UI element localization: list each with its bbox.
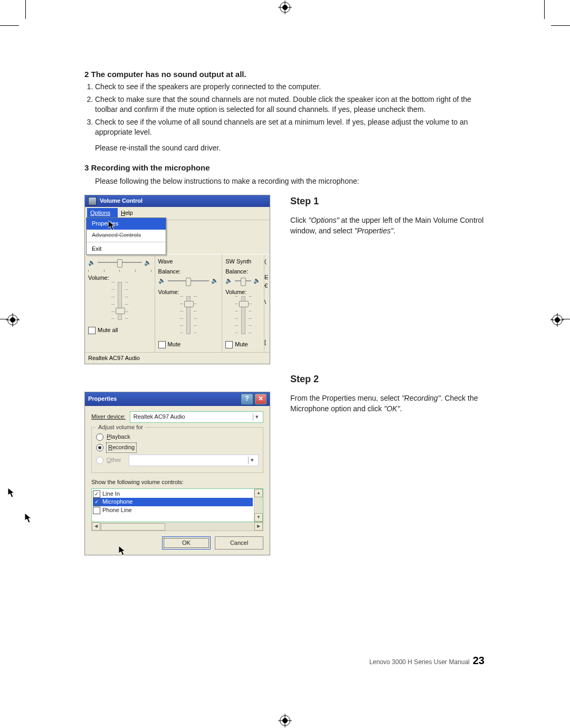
volume-slider[interactable] [241,296,245,334]
close-button[interactable]: ✕ [255,394,267,404]
volume-slider[interactable] [186,296,191,334]
scroll-left-icon[interactable]: ◀ [92,522,100,531]
cursor-icon [8,488,15,498]
cursor-icon [119,546,126,556]
app-icon [88,197,97,205]
reinstall-note: Please re-install the sound card driver. [95,143,486,154]
radio-recording[interactable]: Recording [96,443,259,452]
heading-no-sound: 2 The computer has no sound output at al… [84,69,486,80]
window-titlebar[interactable]: Volume Control [85,195,270,207]
radio-playback[interactable]: Playback [96,433,259,441]
menu-item-properties[interactable]: Properties [87,218,166,229]
controls-list[interactable]: ✓ Line In ✓ Microphone Phone Line [91,488,263,522]
step1-title: Step 1 [290,195,486,208]
list-item: Check to see if the speakers are properl… [95,82,486,92]
crop-mark [551,25,570,26]
mixer-value: Realtek AC97 Audio [134,413,185,421]
balance-slider[interactable]: 🔈 🔈 [225,277,261,285]
list-label: Show the following volume controls: [91,478,263,486]
page: 2 The computer has no sound output at al… [0,0,570,728]
mute-checkbox[interactable] [158,341,166,348]
scrollbar-vertical[interactable]: ▲ ▼ [254,489,263,522]
volume-label: Volume: [225,288,261,296]
no-sound-list: Check to see if the speakers are properl… [84,82,486,138]
list-item-microphone[interactable]: ✓ Microphone [93,498,253,506]
dialog-title: Properties [88,395,117,403]
page-number: 23 [473,655,484,667]
radio-icon [96,444,103,451]
registration-icon [7,315,18,325]
checkbox[interactable]: ✓ [93,498,100,506]
radio-icon [96,457,103,464]
mute-all-label: Mute all [98,326,118,334]
speaker-right-icon: 🔈 [253,277,261,285]
scroll-down-icon[interactable]: ▼ [254,513,263,522]
mute-all-checkbox[interactable] [88,327,96,334]
help-button[interactable]: ? [241,394,253,404]
footer-text: Lenovo 3000 H Series User Manual [369,658,470,666]
registration-icon [552,315,563,325]
list-item-linein[interactable]: ✓ Line In [93,490,253,498]
dialog-titlebar[interactable]: Properties ? ✕ [85,392,270,406]
step2-text: From the Properties menu, select "Record… [290,393,486,414]
column-title-swsynth: SW Synth [225,258,261,268]
speaker-left-icon: 🔈 [225,277,233,285]
list-item: Check to make sure that the sound channe… [95,94,486,115]
mute-label: Mute [168,341,180,348]
scrollbar-horizontal[interactable]: ◀ ▶ [91,522,263,531]
statusbar: Realtek AC97 Audio [85,352,270,364]
ok-button[interactable]: OK [162,536,211,550]
menu-options[interactable]: Options [87,208,118,218]
balance-label: Balance: [158,268,219,276]
radio-icon [96,433,103,441]
scroll-up-icon[interactable]: ▲ [254,489,263,497]
window-title: Volume Control [100,197,142,205]
balance-slider[interactable]: 🔈 🔈 [88,259,151,267]
checkbox[interactable]: ✓ [93,490,100,498]
list-item-phoneline[interactable]: Phone Line [93,506,253,514]
page-footer: Lenovo 3000 H Series User Manual 23 [369,655,484,667]
list-item: Check to see if the volume of all sound … [95,117,486,138]
volume-control-window: Volume Control Options Help Properties A… [84,195,270,364]
crop-mark [0,25,19,26]
menu-item-advanced[interactable]: Advanced Controls [87,230,166,241]
registration-icon [280,715,290,726]
column-clipped: (E€\[ [264,254,270,352]
mixer-label: Mixer device: [91,413,126,421]
dropdown-arrow-icon: ▾ [248,457,256,464]
speaker-right-icon: 🔈 [211,277,218,285]
menu-help[interactable]: Help [118,208,140,218]
other-select: ▾ [129,455,259,466]
options-dropdown: Properties Advanced Controls Exit [86,218,166,255]
crop-mark [544,0,545,19]
main-content: 2 The computer has no sound output at al… [84,69,486,555]
registration-icon [280,2,290,13]
volume-label: Volume: [158,288,219,296]
mixer-select[interactable]: Realtek AC97 Audio ▾ [130,411,263,423]
cursor-icon [25,513,32,524]
checkbox[interactable] [93,507,100,514]
column-title-wave: Wave [158,258,219,268]
group-legend: Adjust volume for [96,423,145,431]
mute-checkbox[interactable] [225,341,233,348]
step1-text: Click "Options" at the upper left of the… [290,215,486,236]
dropdown-arrow-icon: ▾ [253,413,261,421]
heading-recording: 3 Recording with the microphone [84,162,486,173]
speaker-left-icon: 🔈 [88,259,96,267]
mute-label: Mute [235,341,248,348]
properties-dialog: Properties ? ✕ Mixer device: Realt [84,392,270,556]
volume-slider[interactable] [118,282,122,320]
step2-title: Step 2 [290,373,486,386]
cancel-button[interactable]: Cancel [215,536,263,550]
volume-label: Volume: [88,274,151,282]
speaker-right-icon: 🔈 [144,259,151,267]
radio-other: Other ▾ [96,455,259,466]
menu-item-exit[interactable]: Exit [87,243,166,254]
speaker-left-icon: 🔈 [158,277,166,285]
balance-slider[interactable]: 🔈 🔈 [158,277,219,285]
recording-intro: Please following the below instructions … [95,176,486,187]
balance-label: Balance: [225,268,261,276]
scroll-right-icon[interactable]: ▶ [254,522,263,531]
crop-mark [25,0,26,19]
